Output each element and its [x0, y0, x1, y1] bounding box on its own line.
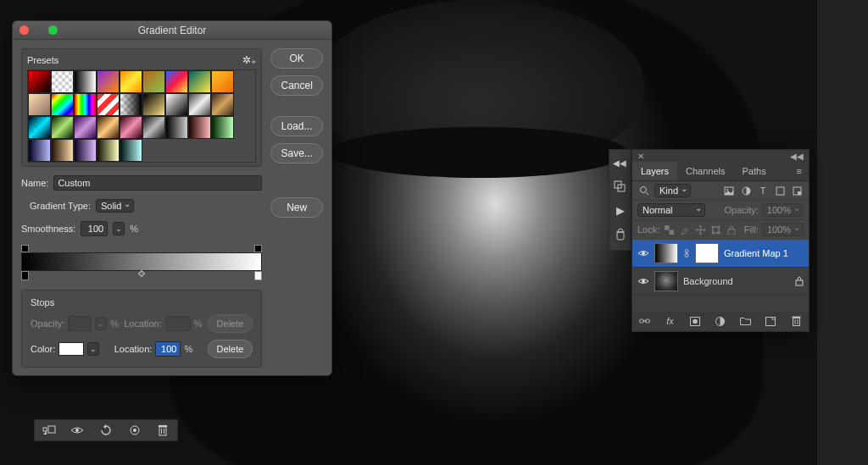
save-button[interactable]: Save... [270, 143, 323, 163]
color-delete-button[interactable]: Delete [208, 340, 253, 358]
lock-transparency-icon[interactable] [663, 223, 675, 236]
layer-item[interactable]: Background [632, 268, 809, 296]
preset-swatch[interactable] [51, 139, 74, 162]
preset-swatch[interactable] [28, 116, 51, 139]
delete-layer-icon[interactable] [789, 314, 803, 328]
link-layers-icon[interactable] [638, 314, 652, 328]
preset-swatch[interactable] [51, 70, 74, 93]
preset-swatch[interactable] [28, 93, 51, 116]
preset-swatch[interactable] [97, 70, 120, 93]
clone-source-icon[interactable] [615, 226, 626, 241]
smoothness-dropdown[interactable]: ⌄ [113, 222, 125, 235]
opacity-stop-left[interactable] [21, 245, 29, 252]
preset-swatch[interactable] [97, 93, 120, 116]
preset-swatch[interactable] [165, 93, 188, 116]
preset-swatch[interactable] [188, 93, 211, 116]
filter-pixel-icon[interactable] [722, 184, 736, 197]
preset-swatch[interactable] [51, 116, 74, 139]
layer-style-icon[interactable]: fx [664, 314, 677, 328]
preset-swatch[interactable] [28, 139, 51, 162]
lock-all-icon[interactable] [725, 223, 737, 236]
ok-button[interactable]: OK [270, 48, 323, 69]
preset-swatch[interactable] [142, 93, 165, 116]
smoothness-field[interactable] [81, 221, 108, 236]
preset-swatch[interactable] [120, 93, 142, 116]
history-icon[interactable] [614, 179, 626, 194]
layer-thumbnail[interactable] [654, 243, 678, 263]
tab-paths[interactable]: Paths [734, 162, 775, 180]
filter-adjustment-icon[interactable] [739, 184, 753, 197]
layer-name[interactable]: Gradient Map 1 [724, 248, 788, 258]
preset-swatch[interactable] [74, 70, 97, 93]
window-zoom-button[interactable] [48, 25, 58, 35]
lock-artboard-icon[interactable] [709, 223, 721, 236]
preset-swatch[interactable] [74, 93, 97, 116]
preset-swatch[interactable] [120, 116, 142, 139]
undo-icon[interactable] [97, 424, 114, 436]
tab-channels[interactable]: Channels [677, 162, 733, 180]
preset-swatch[interactable] [211, 93, 234, 116]
actions-icon[interactable]: ▶ [616, 202, 625, 218]
filter-search-icon[interactable] [637, 184, 651, 197]
new-group-icon[interactable] [739, 314, 753, 328]
color-swatch[interactable] [58, 342, 84, 356]
visibility-icon[interactable] [69, 425, 86, 435]
lock-icon[interactable] [795, 276, 804, 286]
reset-icon[interactable] [126, 424, 143, 436]
color-dropdown[interactable]: ⌄ [87, 342, 99, 356]
new-layer-icon[interactable] [764, 314, 777, 328]
window-close-button[interactable] [19, 25, 29, 35]
fill-value[interactable]: 100% [762, 223, 804, 236]
color-location-field[interactable] [155, 341, 181, 357]
opacity-value[interactable]: 100% [762, 203, 804, 217]
preset-swatch[interactable] [120, 70, 142, 93]
layer-item[interactable]: Gradient Map 1 [632, 240, 809, 268]
layer-name[interactable]: Background [683, 276, 733, 286]
preset-swatch[interactable] [188, 116, 211, 139]
presets-menu-gear-icon[interactable]: ✲₊ [242, 54, 256, 66]
color-stop-left[interactable] [21, 271, 29, 280]
lock-position-icon[interactable] [694, 223, 706, 236]
lock-pixels-icon[interactable] [679, 223, 691, 236]
preset-swatch[interactable] [165, 116, 188, 139]
tab-layers[interactable]: Layers [632, 162, 677, 180]
filter-smartobject-icon[interactable] [790, 184, 804, 197]
trash-icon[interactable] [154, 424, 171, 436]
preset-swatch[interactable] [97, 116, 120, 139]
preset-swatch[interactable] [51, 93, 74, 116]
preset-swatch[interactable] [165, 70, 188, 93]
preset-swatch[interactable] [142, 70, 165, 93]
panel-collapse-icon[interactable]: ◀◀ [790, 152, 804, 161]
gradient-midpoint[interactable] [138, 270, 145, 277]
filter-type-icon[interactable]: T [756, 184, 770, 197]
gradient-type-select[interactable]: Solid [96, 199, 134, 213]
preset-swatch[interactable] [97, 139, 120, 162]
preset-swatch[interactable] [28, 70, 51, 93]
dialog-titlebar[interactable]: Gradient Editor [13, 21, 331, 40]
window-minimize-button[interactable] [34, 25, 43, 35]
preset-swatch[interactable] [74, 139, 97, 162]
preset-swatch[interactable] [142, 116, 165, 139]
panel-menu-icon[interactable]: ≡ [790, 162, 809, 180]
mask-thumbnail[interactable] [695, 243, 719, 263]
preset-swatch[interactable] [120, 139, 142, 162]
preset-swatch[interactable] [74, 116, 97, 139]
add-mask-icon[interactable] [688, 314, 702, 328]
preset-swatch[interactable] [211, 116, 234, 139]
filter-select[interactable]: Kind [654, 184, 691, 197]
new-button[interactable]: New [270, 197, 323, 218]
panel-close-icon[interactable]: ✕ [637, 152, 644, 161]
visibility-toggle[interactable] [637, 277, 649, 285]
visibility-toggle[interactable] [637, 249, 649, 257]
name-field[interactable] [53, 175, 262, 191]
clip-to-layer-icon[interactable] [41, 425, 58, 435]
filter-shape-icon[interactable] [773, 184, 787, 197]
cancel-button[interactable]: Cancel [270, 75, 323, 96]
load-button[interactable]: Load... [270, 116, 323, 136]
layer-thumbnail[interactable] [654, 271, 678, 291]
color-stop-right[interactable] [254, 271, 262, 280]
new-adjustment-icon[interactable] [714, 314, 727, 328]
dock-collapse-icon[interactable]: ◀◀ [613, 155, 626, 170]
blend-mode-select[interactable]: Normal [637, 203, 705, 217]
opacity-stop-right[interactable] [254, 245, 262, 252]
